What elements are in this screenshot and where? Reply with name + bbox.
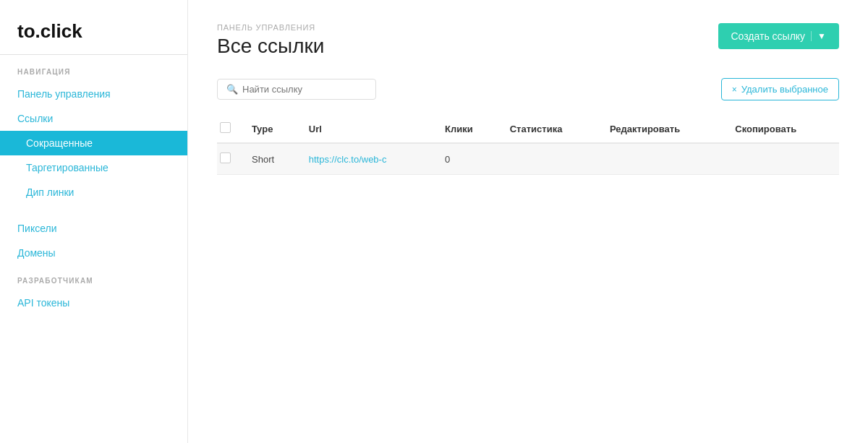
- col-statistics: Статистика: [501, 115, 601, 143]
- col-copy: Скопировать: [726, 115, 839, 143]
- sidebar: to.click НАВИГАЦИЯ Панель управления Ссы…: [0, 0, 188, 443]
- sidebar-item-domains[interactable]: Домены: [0, 241, 187, 265]
- row-type: Short: [243, 143, 300, 175]
- search-input[interactable]: [242, 84, 367, 95]
- table-row: Short https://clc.to/web-c 0: [217, 143, 839, 175]
- select-all-checkbox[interactable]: [220, 122, 231, 133]
- toolbar-row: 🔍 × Удалить выбранное: [217, 78, 839, 100]
- search-box: 🔍: [217, 79, 376, 100]
- logo: to.click: [0, 20, 187, 55]
- sidebar-item-short[interactable]: Сокращенные: [0, 131, 187, 155]
- url-link[interactable]: https://clc.to/web-c: [309, 154, 387, 165]
- dev-section-label: РАЗРАБОТЧИКАМ: [0, 277, 187, 291]
- page-title: Все ссылки: [217, 35, 324, 58]
- create-link-label: Создать ссылку: [731, 30, 806, 42]
- sidebar-item-links[interactable]: Ссылки: [0, 106, 187, 131]
- row-checkbox-cell: [217, 143, 243, 175]
- close-icon: ×: [732, 85, 737, 95]
- breadcrumb: ПАНЕЛЬ УПРАВЛЕНИЯ: [217, 23, 324, 32]
- chevron-down-icon: ▼: [811, 31, 826, 41]
- row-checkbox[interactable]: [220, 152, 231, 163]
- delete-button-label: Удалить выбранное: [741, 84, 828, 95]
- row-copy: [726, 143, 839, 175]
- sidebar-item-dashboard[interactable]: Панель управления: [0, 82, 187, 106]
- links-table: Type Url Клики Статистика Редактировать …: [217, 115, 839, 175]
- sidebar-item-pixels[interactable]: Пиксели: [0, 216, 187, 241]
- page-header-left: ПАНЕЛЬ УПРАВЛЕНИЯ Все ссылки: [217, 23, 324, 58]
- col-clicks: Клики: [436, 115, 501, 143]
- col-type: Type: [243, 115, 300, 143]
- nav-section-label: НАВИГАЦИЯ: [0, 68, 187, 82]
- sidebar-item-deep[interactable]: Дип линки: [0, 180, 187, 205]
- sidebar-item-targeted[interactable]: Таргетированные: [0, 155, 187, 180]
- create-link-button[interactable]: Создать ссылку ▼: [718, 23, 840, 49]
- table-header-row: Type Url Клики Статистика Редактировать …: [217, 115, 839, 143]
- sidebar-item-api[interactable]: API токены: [0, 291, 187, 315]
- main-content: ПАНЕЛЬ УПРАВЛЕНИЯ Все ссылки Создать ссы…: [188, 0, 868, 443]
- row-statistics: [501, 143, 601, 175]
- page-header: ПАНЕЛЬ УПРАВЛЕНИЯ Все ссылки Создать ссы…: [217, 23, 839, 58]
- delete-selected-button[interactable]: × Удалить выбранное: [721, 78, 839, 100]
- col-checkbox: [217, 115, 243, 143]
- search-icon: 🔍: [226, 84, 238, 95]
- col-url: Url: [300, 115, 436, 143]
- row-url: https://clc.to/web-c: [300, 143, 436, 175]
- row-edit: [601, 143, 726, 175]
- col-edit: Редактировать: [601, 115, 726, 143]
- row-clicks: 0: [436, 143, 501, 175]
